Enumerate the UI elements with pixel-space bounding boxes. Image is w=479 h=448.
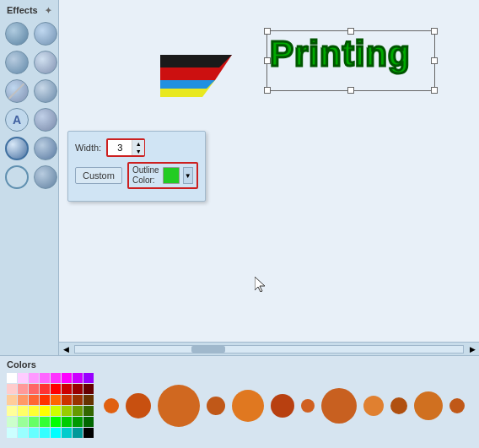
handle-tr[interactable] — [431, 28, 438, 35]
scroll-right-btn[interactable]: ▶ — [466, 343, 479, 356]
color-cell[interactable] — [51, 428, 61, 438]
handle-bl[interactable] — [264, 87, 271, 94]
color-cell[interactable] — [62, 406, 72, 416]
color-cell[interactable] — [62, 373, 72, 383]
color-cell[interactable] — [83, 373, 94, 383]
circle-swatch[interactable] — [363, 396, 384, 416]
color-cell[interactable] — [51, 417, 61, 427]
color-cell[interactable] — [7, 417, 17, 427]
color-cell[interactable] — [83, 406, 94, 416]
circle-swatch[interactable] — [271, 394, 294, 418]
circle-swatch[interactable] — [414, 391, 443, 420]
color-cell[interactable] — [73, 406, 83, 416]
color-cell[interactable] — [83, 428, 94, 438]
outline-color-swatch[interactable] — [163, 167, 180, 184]
color-cell[interactable] — [62, 417, 72, 427]
color-cell[interactable] — [18, 406, 28, 416]
color-cell[interactable] — [29, 384, 39, 394]
width-row: Width: ▲ ▼ — [75, 138, 198, 157]
outline-color-label: OutlineColor: — [132, 165, 159, 186]
color-grid — [7, 373, 94, 438]
color-cell[interactable] — [73, 417, 83, 427]
effects-grid: A — [3, 20, 55, 191]
color-cell[interactable] — [40, 395, 50, 405]
color-cell[interactable] — [18, 373, 28, 383]
color-cell[interactable] — [29, 373, 39, 383]
color-cell[interactable] — [73, 428, 83, 438]
colors-content — [7, 373, 472, 438]
colors-header: Colors — [7, 359, 472, 370]
effect-btn-circle[interactable] — [5, 165, 29, 189]
effects-title: Effects — [7, 5, 38, 15]
scroll-left-btn[interactable]: ◀ — [59, 343, 73, 356]
color-cell[interactable] — [7, 373, 17, 383]
effect-btn-8[interactable] — [34, 165, 57, 189]
circle-swatch[interactable] — [207, 397, 225, 415]
color-cell[interactable] — [29, 395, 39, 405]
color-cell[interactable] — [73, 384, 83, 394]
spinner-down[interactable]: ▼ — [132, 148, 144, 155]
circle-swatch[interactable] — [104, 398, 119, 413]
color-cell[interactable] — [62, 395, 72, 405]
scroll-track[interactable] — [74, 345, 464, 354]
color-cell[interactable] — [18, 395, 28, 405]
scroll-area: ◀ ▶ — [59, 342, 479, 355]
color-cell[interactable] — [40, 406, 50, 416]
effect-btn-text[interactable]: A — [5, 108, 29, 132]
canvas-area: Printing Width: ▲ ▼ Custom — [59, 0, 479, 355]
color-cell[interactable] — [7, 395, 17, 405]
handle-br[interactable] — [431, 87, 438, 94]
handle-mr[interactable] — [431, 57, 438, 64]
effect-btn-5[interactable] — [34, 79, 57, 103]
color-cell[interactable] — [18, 384, 28, 394]
effect-btn-6[interactable] — [34, 108, 57, 132]
custom-button[interactable]: Custom — [75, 167, 122, 184]
circle-swatch[interactable] — [158, 385, 200, 427]
effect-btn-selected[interactable] — [5, 137, 29, 160]
color-cell[interactable] — [83, 384, 94, 394]
color-cell[interactable] — [83, 395, 94, 405]
printing-text: Printing — [270, 34, 411, 73]
color-cell[interactable] — [73, 395, 83, 405]
color-cell[interactable] — [73, 373, 83, 383]
outline-color-row: Custom OutlineColor: ▼ — [75, 162, 198, 189]
handle-bm[interactable] — [347, 87, 354, 94]
color-cell[interactable] — [7, 406, 17, 416]
circle-swatch[interactable] — [321, 388, 357, 424]
color-cell[interactable] — [29, 406, 39, 416]
effect-btn-2[interactable] — [34, 22, 57, 46]
effect-btn-7[interactable] — [34, 137, 57, 160]
spinner-up[interactable]: ▲ — [132, 140, 144, 148]
width-input[interactable] — [108, 140, 132, 155]
circle-swatch[interactable] — [232, 390, 264, 422]
color-cell[interactable] — [51, 373, 61, 383]
outline-color-dropdown[interactable]: ▼ — [183, 167, 193, 184]
color-cell[interactable] — [40, 373, 50, 383]
color-cell[interactable] — [7, 384, 17, 394]
color-cell[interactable] — [51, 406, 61, 416]
circle-swatch[interactable] — [301, 399, 315, 413]
effect-btn-strike[interactable] — [5, 79, 29, 103]
color-cell[interactable] — [18, 417, 28, 427]
color-cell[interactable] — [83, 417, 94, 427]
effect-btn-3[interactable] — [5, 51, 29, 74]
effect-btn-1[interactable] — [5, 22, 29, 46]
color-cell[interactable] — [51, 395, 61, 405]
color-cell[interactable] — [7, 428, 17, 438]
printing-text-wrapper: Printing — [270, 34, 411, 74]
circle-swatch[interactable] — [126, 393, 151, 418]
color-cell[interactable] — [51, 384, 61, 394]
effects-panel: Effects ✦ A — [0, 0, 59, 355]
color-cell[interactable] — [62, 428, 72, 438]
circle-swatch[interactable] — [449, 398, 465, 413]
effect-btn-4[interactable] — [34, 51, 57, 74]
circle-swatch[interactable] — [390, 397, 407, 414]
color-cell[interactable] — [40, 384, 50, 394]
color-cell[interactable] — [62, 384, 72, 394]
color-cell[interactable] — [18, 428, 28, 438]
popup-panel: Width: ▲ ▼ Custom OutlineColor: ▼ — [67, 131, 206, 202]
color-cell[interactable] — [40, 417, 50, 427]
color-cell[interactable] — [29, 428, 39, 438]
color-cell[interactable] — [29, 417, 39, 427]
color-cell[interactable] — [40, 428, 50, 438]
